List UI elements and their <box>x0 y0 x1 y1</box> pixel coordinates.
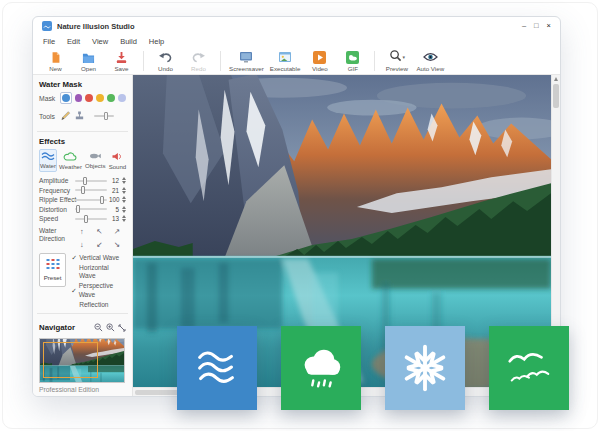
direction-up-left-arrow[interactable]: ↖ <box>96 227 102 236</box>
menu-view[interactable]: View <box>92 37 108 46</box>
rain-tile[interactable] <box>281 326 361 410</box>
perspective-wave-checkbox[interactable]: ✓Perspective Wave <box>71 282 126 300</box>
navigator-viewport-rect[interactable] <box>43 342 98 378</box>
direction-down-right-arrow[interactable]: ↘ <box>114 240 120 249</box>
zoom-in-icon[interactable] <box>106 318 115 336</box>
birds-icon <box>502 341 556 395</box>
brush-size-slider[interactable] <box>94 115 114 117</box>
frequency-slider[interactable] <box>75 189 107 191</box>
reflection-checkbox[interactable]: Reflection <box>71 301 126 310</box>
distortion-slider[interactable] <box>75 208 107 210</box>
rain-cloud-icon <box>294 341 348 395</box>
screensaver-button[interactable]: Screensaver <box>226 48 267 74</box>
app-window-icon <box>278 51 292 64</box>
executable-button[interactable]: Executable <box>267 48 304 74</box>
birds-tile[interactable] <box>489 326 569 410</box>
preview-button[interactable]: ▾ Preview <box>380 48 413 74</box>
video-button[interactable]: Video <box>303 48 336 74</box>
video-play-icon <box>313 51 326 64</box>
eye-icon <box>423 51 438 64</box>
gif-button[interactable]: GIF <box>336 48 369 74</box>
tab-sound[interactable]: Sound <box>108 149 128 172</box>
window-title: Nature Illusion Studio <box>57 22 135 31</box>
tab-objects[interactable]: Objects <box>84 149 107 172</box>
mask-color-selected[interactable] <box>60 92 72 104</box>
direction-up-right-arrow[interactable]: ↗ <box>114 227 120 236</box>
water-direction-row: Water Direction ↑ ↖ ↗ ↓ ↙ ↘ <box>39 227 126 249</box>
toolbar: New Open Save Undo Redo Screensaver Exec… <box>33 48 560 75</box>
divider <box>37 131 128 132</box>
effects-title: Effects <box>39 137 126 146</box>
mask-color-yellow[interactable] <box>96 94 104 102</box>
water-direction-label: Water Direction <box>39 227 73 249</box>
amplitude-slider[interactable] <box>75 180 107 182</box>
toolbar-separator <box>220 51 221 71</box>
mask-color-row: Mask <box>39 92 126 104</box>
water-mask-title: Water Mask <box>39 80 126 89</box>
chevron-down-icon: ▾ <box>403 54 406 60</box>
mask-color-green[interactable] <box>107 94 115 102</box>
tab-weather[interactable]: Weather <box>58 149 83 172</box>
scroll-up-icon <box>554 77 558 81</box>
toolbar-separator <box>143 51 144 71</box>
waves-icon <box>190 341 244 395</box>
toolbar-separator <box>374 51 375 71</box>
speed-spinner[interactable] <box>122 215 126 222</box>
navigator-panel: Navigator Professional Edition <box>39 310 126 393</box>
direction-down-left-arrow[interactable]: ↙ <box>96 240 102 249</box>
mask-label: Mask <box>39 95 57 102</box>
vertical-wave-checkbox[interactable]: ✓Vertical Wave <box>71 254 126 263</box>
ripple-effect-spinner[interactable] <box>122 196 126 203</box>
save-button[interactable]: Save <box>105 48 138 74</box>
zoom-out-icon[interactable] <box>94 318 103 336</box>
slider-row-ripple: Ripple Effect 100 <box>39 195 126 205</box>
preset-button[interactable]: Preset <box>39 253 66 287</box>
mask-color-red[interactable] <box>85 94 93 102</box>
menu-edit[interactable]: Edit <box>67 37 80 46</box>
water-waves-tile[interactable] <box>177 326 257 410</box>
new-button[interactable]: New <box>39 48 72 74</box>
snow-tile[interactable] <box>385 326 465 410</box>
fish-icon <box>88 152 102 161</box>
direction-up-arrow[interactable]: ↑ <box>80 227 84 236</box>
check-icon: ✓ <box>71 254 77 263</box>
direction-down-arrow[interactable]: ↓ <box>80 240 84 249</box>
open-folder-icon <box>82 51 95 64</box>
navigator-thumbnail[interactable] <box>39 338 125 383</box>
undo-button[interactable]: Undo <box>149 48 182 74</box>
menu-file[interactable]: File <box>43 37 55 46</box>
fill-tool-icon[interactable] <box>74 107 85 125</box>
mask-color-lavender[interactable] <box>118 94 126 102</box>
maximize-button[interactable]: □ <box>534 22 539 30</box>
minimize-button[interactable]: – <box>522 22 526 30</box>
edition-label: Professional Edition <box>39 386 126 393</box>
tab-water[interactable]: Water <box>39 149 57 172</box>
slider-row-amplitude: Amplitude 12 <box>39 176 126 186</box>
vertical-scroll-thumb[interactable] <box>553 84 559 108</box>
mask-color-purple[interactable] <box>75 94 83 102</box>
cloud-icon <box>63 152 77 162</box>
app-logo-icon <box>42 21 52 31</box>
speed-slider[interactable] <box>75 218 107 220</box>
direction-arrows: ↑ ↖ ↗ ↓ ↙ ↘ <box>73 227 126 249</box>
close-button[interactable]: × <box>547 22 551 30</box>
ripple-effect-slider[interactable] <box>75 199 107 201</box>
horizontal-wave-checkbox[interactable]: Horizontal Wave <box>71 264 126 282</box>
frequency-spinner[interactable] <box>122 187 126 194</box>
amplitude-spinner[interactable] <box>122 177 126 184</box>
fit-view-icon[interactable] <box>118 318 126 336</box>
redo-button[interactable]: Redo <box>182 48 215 74</box>
open-button[interactable]: Open <box>72 48 105 74</box>
slider-row-distortion: Distortion 5 <box>39 205 126 215</box>
menu-build[interactable]: Build <box>120 37 137 46</box>
gif-cloud-icon <box>346 51 359 64</box>
snowflake-icon <box>398 341 452 395</box>
auto-view-button[interactable]: Auto View <box>413 48 447 74</box>
menu-help[interactable]: Help <box>149 37 164 46</box>
pencil-tool-icon[interactable] <box>60 107 71 125</box>
distortion-spinner[interactable] <box>122 206 126 213</box>
magnifier-icon <box>389 48 402 66</box>
preset-equalizer-icon <box>45 258 61 272</box>
save-icon <box>115 51 128 64</box>
undo-icon <box>158 51 173 64</box>
